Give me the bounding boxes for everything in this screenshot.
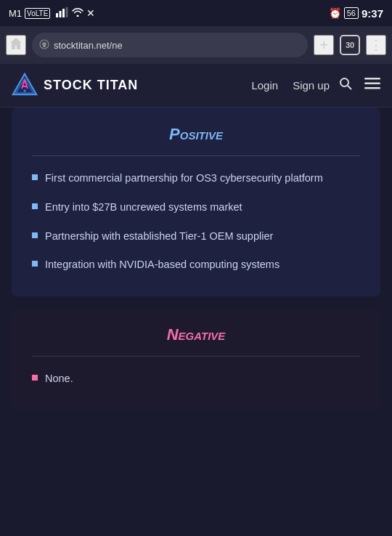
logo-container: STOCK TITAN xyxy=(12,73,138,99)
bullet-icon xyxy=(32,232,38,238)
menu-button[interactable] xyxy=(364,78,380,93)
login-link[interactable]: Login xyxy=(251,79,278,92)
time-display: 9:37 xyxy=(362,7,383,20)
list-item: None. xyxy=(32,371,360,387)
list-item: Entry into $27B uncrewed systems market xyxy=(32,200,360,216)
positive-item-3: Partnership with established Tier-1 OEM … xyxy=(45,229,273,245)
svg-rect-0 xyxy=(56,13,58,17)
logo-icon xyxy=(12,73,38,99)
negative-section: Negative None. xyxy=(12,308,380,410)
svg-rect-12 xyxy=(364,83,380,85)
positive-item-4: Integration with NVIDIA-based computing … xyxy=(45,257,279,273)
status-bar: M1 VoLTE ✕ ⏰ 56 9:37 xyxy=(0,0,392,26)
svg-point-9 xyxy=(340,78,348,86)
browser-menu-button[interactable]: ⋮ xyxy=(366,35,386,55)
signup-link[interactable]: Sign up xyxy=(293,79,330,92)
site-nav: STOCK TITAN Login Sign up xyxy=(0,64,392,107)
bullet-icon xyxy=(32,174,38,180)
svg-rect-3 xyxy=(66,7,68,17)
negative-divider xyxy=(32,356,360,357)
carrier-label: M1 xyxy=(9,8,22,19)
status-right: ⏰ 56 9:37 xyxy=(329,7,383,20)
svg-rect-11 xyxy=(364,78,380,80)
positive-divider xyxy=(32,155,360,156)
nav-links: Login Sign up xyxy=(251,79,330,92)
url-text: stocktitan.net/ne xyxy=(54,40,123,51)
bullet-icon xyxy=(32,261,38,267)
signal-icon xyxy=(56,7,69,20)
svg-line-10 xyxy=(348,86,351,89)
home-icon xyxy=(9,36,23,54)
url-security-icon xyxy=(39,39,49,52)
alarm-icon: ⏰ xyxy=(329,7,341,19)
bullet-icon xyxy=(32,375,38,381)
svg-rect-13 xyxy=(364,87,380,89)
list-item: Integration with NVIDIA-based computing … xyxy=(32,257,360,273)
wifi-icon xyxy=(72,8,83,19)
browser-bar: stocktitan.net/ne + 30 ⋮ xyxy=(0,26,392,64)
svg-rect-5 xyxy=(43,45,46,47)
battery-icon: 56 xyxy=(344,7,359,19)
svg-point-8 xyxy=(24,89,26,92)
browser-url-bar[interactable]: stocktitan.net/ne xyxy=(32,33,308,57)
browser-home-button[interactable] xyxy=(6,35,26,55)
positive-section: Positive First commercial partnership fo… xyxy=(12,107,380,296)
extra-icon: ✕ xyxy=(86,7,95,19)
nav-icons xyxy=(338,76,380,94)
new-tab-button[interactable]: + xyxy=(314,35,334,55)
negative-list: None. xyxy=(32,371,360,387)
positive-title: Positive xyxy=(32,125,360,144)
tabs-count-badge[interactable]: 30 xyxy=(340,35,360,55)
negative-item-1: None. xyxy=(45,371,73,387)
volte-badge: VoLTE xyxy=(25,8,50,19)
svg-rect-1 xyxy=(60,11,62,17)
logo-text: STOCK TITAN xyxy=(44,78,138,93)
list-item: First commercial partnership for OS3 cyb… xyxy=(32,171,360,187)
list-item: Partnership with established Tier-1 OEM … xyxy=(32,229,360,245)
status-left: M1 VoLTE ✕ xyxy=(9,7,95,20)
browser-actions: + 30 ⋮ xyxy=(314,35,386,55)
main-content: Positive First commercial partnership fo… xyxy=(0,107,392,410)
svg-rect-2 xyxy=(62,9,65,17)
negative-title: Negative xyxy=(32,325,360,344)
search-button[interactable] xyxy=(338,76,353,94)
positive-item-2: Entry into $27B uncrewed systems market xyxy=(45,200,242,216)
bullet-icon xyxy=(32,203,38,209)
positive-item-1: First commercial partnership for OS3 cyb… xyxy=(45,171,323,187)
positive-list: First commercial partnership for OS3 cyb… xyxy=(32,171,360,273)
